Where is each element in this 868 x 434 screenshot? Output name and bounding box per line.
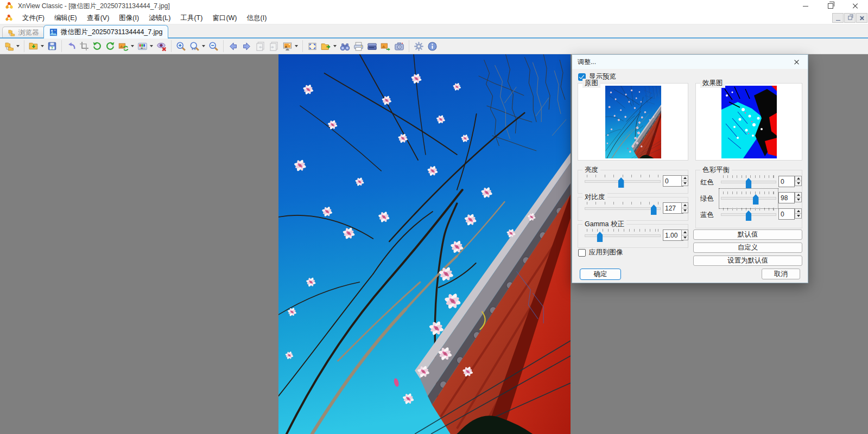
red-slider-thumb[interactable] [746,178,752,188]
photo-main[interactable] [278,54,571,434]
rotate-right-button[interactable] [104,39,117,53]
blue-slider-thumb[interactable] [746,210,752,221]
maximize-restore-button[interactable] [818,0,843,12]
tab-image-file[interactable]: 微信图片_20250731134444_7.jpg [43,25,168,39]
brightness-value-input[interactable]: 0 [663,175,683,187]
spin-down-button[interactable] [795,197,801,202]
tab-browser[interactable]: 浏览器 [2,27,45,39]
mdi-window-controls [832,13,867,23]
spin-down-button[interactable] [682,181,688,186]
close-icon [852,3,859,9]
settings-button[interactable] [412,39,426,53]
export-button[interactable] [319,39,338,53]
gamma-slider-thumb[interactable] [597,232,603,242]
spin-up-button[interactable] [682,203,688,208]
gamma-spinner [681,229,688,240]
save-button[interactable]: ? [46,39,59,53]
info-icon [427,41,438,52]
menu-item-edit[interactable]: 编辑(E) [49,12,82,24]
info-button[interactable] [426,39,439,53]
menu-item-info[interactable]: 信息(I) [242,12,272,24]
window-title: XnView Classic - [微信图片_20250731134444_7.… [18,2,170,11]
mdi-minimize-button[interactable] [832,13,844,23]
close-button[interactable] [843,0,868,12]
green-value-input[interactable]: 98 [778,192,795,203]
spin-down-button[interactable] [795,181,801,186]
slider-track[interactable] [721,197,776,200]
crop-button[interactable] [78,39,91,53]
open-folder-button[interactable] [27,39,46,53]
dialog-title-bar[interactable]: 调整... [572,55,808,69]
back-button[interactable] [226,39,240,53]
spin-up-button[interactable] [795,176,801,181]
set-as-default-button[interactable]: 设置为默认值 [693,256,802,266]
blue-value-input[interactable]: 0 [778,208,795,220]
brightness-slider[interactable] [585,174,661,190]
zoom-out-button[interactable] [207,39,220,53]
dialog-title: 调整... [578,58,596,67]
screen-capture-button[interactable] [392,39,406,53]
dropdown-arrow-icon[interactable] [131,45,134,47]
blue-slider[interactable] [721,207,776,223]
mdi-close-button[interactable] [856,13,867,23]
slider-track[interactable] [585,234,661,237]
dropdown-arrow-icon[interactable] [41,45,44,47]
scan-button[interactable] [365,39,379,53]
menu-item-filter[interactable]: 滤镜(L) [144,12,175,24]
green-slider-thumb[interactable] [753,194,759,205]
forward-button[interactable] [240,39,254,53]
fullscreen-button[interactable] [306,39,319,53]
green-slider[interactable] [721,190,776,207]
search-button[interactable] [338,39,352,53]
spin-up-button[interactable] [682,176,688,181]
rotate-left-button[interactable] [91,39,104,53]
menu-item-window[interactable]: 窗口(W) [207,12,242,24]
browser-panel-button[interactable] [3,39,21,53]
undo-button[interactable] [65,39,78,53]
mdi-restore-button[interactable] [844,13,856,23]
green-channel-row: 绿色 98 [696,192,803,206]
contrast-slider[interactable] [585,201,661,217]
dropdown-arrow-icon[interactable] [150,45,153,47]
menu-item-view[interactable]: 查看(V) [82,12,115,24]
custom-button[interactable]: 自定义 [693,242,802,253]
gamma-value-input[interactable]: 1.00 [663,229,683,241]
zoom-actual-size-button[interactable]: 1:1 [188,39,207,53]
dropdown-arrow-icon[interactable] [202,45,205,47]
brightness-slider-thumb[interactable] [618,177,624,188]
adjust-colors-button[interactable] [136,39,155,53]
menu-item-tools[interactable]: 工具(T) [175,12,207,24]
minimize-button[interactable] [793,0,818,12]
spin-up-button[interactable] [795,193,801,197]
ok-button[interactable]: 确定 [580,269,621,280]
red-eye-removal-button[interactable] [155,39,168,53]
dropdown-arrow-icon[interactable] [295,45,298,47]
batch-convert-button[interactable] [379,39,392,53]
dropdown-arrow-icon[interactable] [333,45,337,47]
zoom-in-button[interactable] [174,39,188,53]
spin-down-button[interactable] [795,213,801,218]
up-arrow-icon [683,177,687,179]
spin-down-button[interactable] [682,208,688,213]
contrast-value-input[interactable]: 127 [663,202,683,214]
contrast-slider-thumb[interactable] [651,205,657,215]
slider-track[interactable] [585,207,661,210]
slideshow-button[interactable] [281,39,300,53]
print-button[interactable] [352,39,365,53]
red-value-input[interactable]: 0 [778,176,795,187]
rotate-left-icon [92,41,102,51]
batch-convert-icon [381,41,391,52]
spin-up-button[interactable] [682,230,688,235]
spin-down-button[interactable] [682,235,688,240]
dropdown-arrow-icon[interactable] [16,45,20,47]
menu-item-file[interactable]: 文件(F) [17,12,49,24]
apply-to-image-checkbox[interactable]: 应用到图像 [578,248,623,257]
spin-up-button[interactable] [795,209,801,213]
defaults-button[interactable]: 默认值 [693,229,802,240]
dialog-close-button[interactable] [790,56,802,67]
convert-button[interactable] [117,39,136,53]
menu-item-image[interactable]: 图像(I) [114,12,144,24]
gamma-slider[interactable] [585,228,661,244]
red-slider[interactable] [721,174,776,190]
cancel-button[interactable]: 取消 [762,269,800,279]
